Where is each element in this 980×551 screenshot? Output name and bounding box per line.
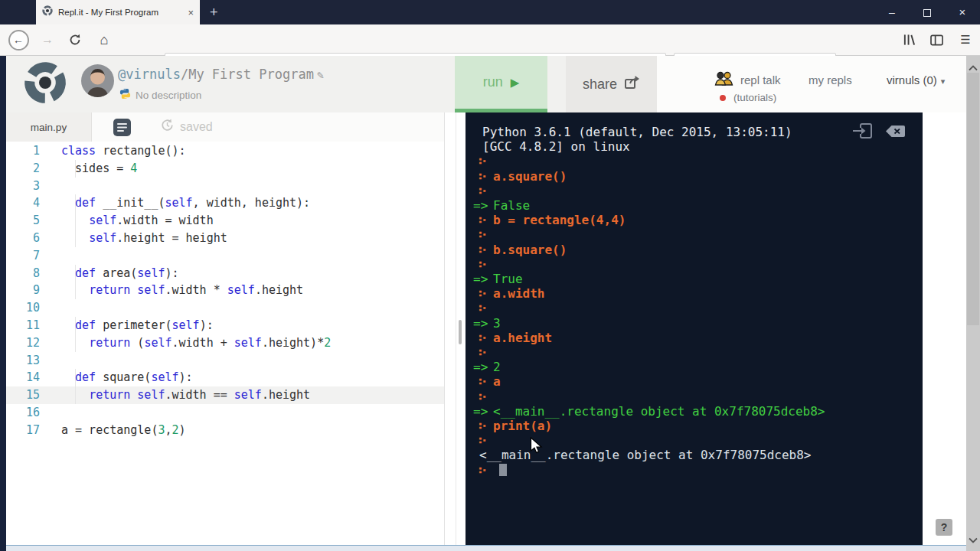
bottom-scrollbar[interactable] bbox=[6, 545, 966, 551]
help-button[interactable]: ? bbox=[936, 519, 952, 536]
browser-tab[interactable]: Repl.it - My First Program × bbox=[36, 0, 200, 24]
page-scrollbar[interactable] bbox=[966, 56, 980, 551]
console-line: =>True bbox=[473, 272, 923, 286]
share-button[interactable]: share bbox=[566, 56, 657, 112]
window-minimize-button[interactable]: – bbox=[880, 0, 904, 24]
new-tab-button[interactable]: + bbox=[210, 3, 218, 21]
line-number: 6 bbox=[6, 230, 40, 247]
browser-titlebar: Repl.it - My First Program × + – × bbox=[0, 0, 980, 24]
code-line: 9 return self.width * self.height bbox=[6, 282, 444, 299]
result-marker: => bbox=[473, 316, 492, 331]
console-line: ∴ bbox=[473, 390, 923, 404]
window-close-button[interactable]: × bbox=[950, 0, 975, 24]
replit-logo[interactable] bbox=[23, 60, 67, 108]
project-author[interactable]: @virnuls bbox=[118, 67, 181, 82]
project-title: @virnuls/My First Program✎ bbox=[118, 67, 324, 82]
description-text: No description bbox=[136, 90, 201, 101]
reload-button[interactable] bbox=[64, 24, 86, 55]
edit-pencil-icon[interactable]: ✎ bbox=[317, 68, 324, 82]
code-text: a = rectangle(3,2) bbox=[40, 422, 186, 439]
console-line: ∴ bbox=[473, 257, 923, 272]
console-line: ∴ bbox=[473, 463, 923, 478]
code-text bbox=[40, 178, 61, 195]
code-text: return self.width == self.height bbox=[40, 386, 310, 404]
code-editor[interactable]: 1class rectangle():2 sides = 434 def __i… bbox=[6, 142, 444, 545]
line-number: 14 bbox=[6, 369, 40, 386]
code-text: self.height = height bbox=[40, 230, 227, 247]
code-text: def square(self): bbox=[40, 369, 193, 386]
tab-close-icon[interactable]: × bbox=[188, 7, 194, 18]
line-number: 17 bbox=[6, 422, 40, 439]
console-line: ∴ bbox=[473, 227, 923, 242]
nav-repl-talk[interactable]: repl talk bbox=[714, 71, 781, 88]
prompt-icon: ∴ bbox=[476, 187, 491, 195]
code-line: 8 def area(self): bbox=[6, 265, 444, 282]
file-list-button[interactable] bbox=[113, 119, 131, 136]
nav-tutorials[interactable]: (tutorials) bbox=[720, 92, 776, 103]
nav-my-repls[interactable]: my repls bbox=[808, 73, 852, 86]
console-output: Python 3.6.1 (default, Dec 2015, 13:05:1… bbox=[473, 125, 923, 478]
console-line: ∴a.width bbox=[473, 286, 923, 301]
line-number: 10 bbox=[6, 299, 40, 317]
mouse-cursor bbox=[530, 437, 544, 458]
library-icon bbox=[903, 34, 916, 46]
scrollbar-thumb[interactable] bbox=[967, 73, 979, 325]
line-number: 12 bbox=[6, 334, 40, 352]
console-line: ∴ bbox=[473, 345, 923, 360]
sidebar-toggle-button[interactable] bbox=[925, 24, 948, 55]
open-in-new-icon[interactable] bbox=[852, 122, 873, 142]
code-line: 5 self.width = width bbox=[6, 212, 444, 230]
sidebar-icon bbox=[930, 34, 943, 46]
play-icon: ▶ bbox=[511, 76, 520, 90]
code-line: 10 bbox=[6, 299, 444, 317]
python-icon bbox=[119, 88, 131, 102]
result-marker: => bbox=[473, 272, 492, 286]
hamburger-menu-button[interactable]: ☰ bbox=[954, 24, 977, 55]
code-text bbox=[40, 404, 61, 422]
console-line: =><__main__.rectangle object at 0x7f7807… bbox=[473, 404, 923, 419]
console-line: ∴a bbox=[473, 374, 923, 389]
file-tab-main-py[interactable]: main.py bbox=[6, 112, 92, 142]
code-line: 17a = rectangle(3,2) bbox=[6, 422, 444, 439]
console-line: =>False bbox=[473, 198, 923, 213]
console-line: ∴ bbox=[473, 301, 923, 315]
run-button[interactable]: run ▶ bbox=[455, 56, 547, 112]
scroll-down-icon[interactable] bbox=[969, 533, 978, 546]
editor-pane: main.py saved 1class rectangle():2 sides… bbox=[6, 112, 444, 545]
code-text bbox=[40, 352, 61, 370]
prompt-icon: ∴ bbox=[476, 231, 491, 239]
code-line: 15 return self.width == self.height bbox=[6, 386, 444, 404]
line-number: 13 bbox=[6, 352, 40, 370]
code-text: def area(self): bbox=[40, 265, 179, 282]
code-line: 11 def perimeter(self): bbox=[6, 317, 444, 334]
share-icon bbox=[625, 75, 640, 93]
code-line: 6 self.height = height bbox=[6, 230, 444, 247]
forward-button[interactable]: → bbox=[37, 24, 58, 55]
console-line: ∴a.square() bbox=[473, 169, 923, 184]
code-line: 13 bbox=[6, 352, 444, 370]
code-line: 14 def square(self): bbox=[6, 369, 444, 386]
line-number: 7 bbox=[6, 247, 40, 265]
prompt-icon: ∴ bbox=[476, 172, 491, 180]
prompt-icon: ∴ bbox=[476, 437, 491, 445]
clear-console-icon[interactable] bbox=[885, 125, 906, 141]
back-button[interactable]: ← bbox=[6, 24, 31, 55]
library-button[interactable] bbox=[897, 24, 920, 55]
prompt-icon: ∴ bbox=[476, 422, 491, 430]
avatar[interactable] bbox=[81, 64, 114, 97]
account-menu[interactable]: virnuls (0)▾ bbox=[887, 73, 945, 86]
divider-drag-handle[interactable] bbox=[459, 320, 462, 344]
code-line: 4 def __init__(self, width, height): bbox=[6, 194, 444, 212]
line-number: 9 bbox=[6, 282, 40, 299]
history-icon bbox=[161, 119, 174, 135]
scroll-up-icon[interactable] bbox=[969, 60, 978, 74]
console-line: ∴a.height bbox=[473, 331, 923, 345]
prompt-icon: ∴ bbox=[476, 246, 491, 253]
code-line: 7 bbox=[6, 247, 444, 265]
back-icon: ← bbox=[8, 30, 29, 51]
project-name: My First Program bbox=[188, 67, 314, 82]
console-pane[interactable]: Python 3.6.1 (default, Dec 2015, 13:05:1… bbox=[466, 112, 923, 545]
console-line: =>3 bbox=[473, 316, 923, 331]
home-button[interactable]: ⌂ bbox=[93, 24, 115, 55]
window-maximize-button[interactable] bbox=[915, 0, 939, 24]
